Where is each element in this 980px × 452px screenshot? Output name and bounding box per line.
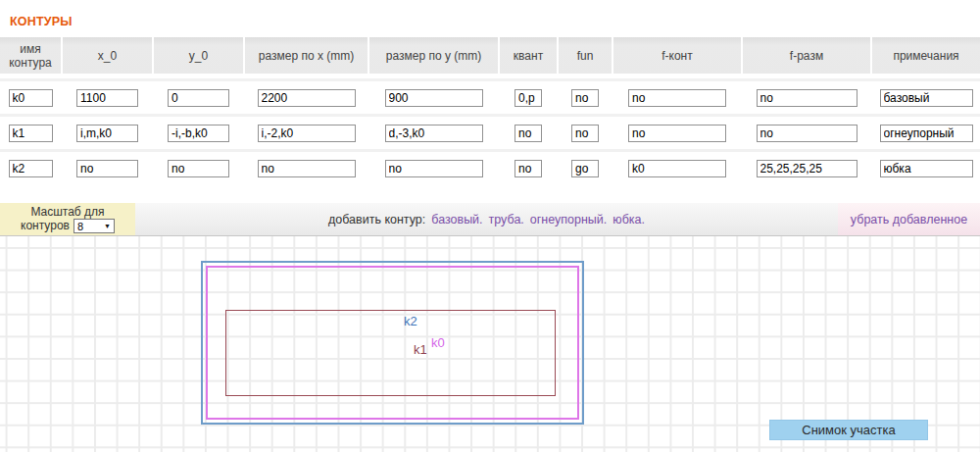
table-header-row: имя контура x_0 y_0 размер по x (mm) раз… (0, 37, 980, 74)
header-size-x: размер по x (mm) (245, 37, 368, 74)
input-k2-x0[interactable] (76, 160, 138, 177)
scale-label-line1: Масштаб для (30, 205, 104, 219)
input-k0-size-x[interactable] (258, 89, 356, 107)
table-row-k2 (0, 149, 980, 184)
title-bar: КОНТУРЫ (0, 0, 980, 37)
input-k2-fun[interactable] (571, 160, 599, 177)
scale-label-line2: контуров (21, 219, 70, 232)
add-link-yubka[interactable]: юбка. (612, 213, 645, 226)
add-contour-bar: добавить контур: базовый. труба. огнеупо… (135, 203, 838, 235)
dropdown-arrow-icon: ▼ (104, 220, 111, 233)
scale-box: Масштаб для контуров8▼ (0, 203, 135, 235)
input-k0-size-y[interactable] (385, 89, 483, 107)
input-k0-kvant[interactable] (514, 89, 542, 107)
input-k0-x0[interactable] (76, 89, 138, 107)
input-k0-fun[interactable] (571, 89, 599, 107)
header-f-razm: f-разм (743, 37, 870, 74)
input-k2-kvant[interactable] (514, 160, 542, 177)
header-notes: примечания (872, 37, 980, 74)
header-x0: x_0 (63, 37, 152, 74)
input-k2-note[interactable] (880, 160, 973, 177)
remove-added-button[interactable]: убрать добавленное (838, 203, 980, 235)
table-row-k1 (0, 114, 980, 149)
input-k2-f-kont[interactable] (628, 160, 726, 177)
add-link-ogneupornyi[interactable]: огнеупорный. (530, 213, 608, 226)
header-y0: y_0 (154, 37, 243, 74)
input-k1-y0[interactable] (168, 125, 229, 142)
input-k0-note[interactable] (880, 89, 973, 107)
header-fun: fun (559, 37, 612, 74)
table-bottom-gap (0, 184, 980, 203)
input-k0-f-razm[interactable] (757, 89, 858, 107)
input-k1-size-y[interactable] (385, 125, 483, 142)
add-link-bazovyi[interactable]: базовый. (431, 213, 482, 226)
control-band: Масштаб для контуров8▼ добавить контур: … (0, 203, 980, 236)
input-k1-f-kont[interactable] (628, 125, 726, 142)
table-row-k0 (0, 78, 980, 114)
input-k1-f-razm[interactable] (757, 125, 858, 142)
contour-rect-k1 (225, 310, 556, 396)
contour-label-k0: k0 (431, 335, 445, 350)
header-contour-name: имя контура (0, 37, 61, 74)
contour-label-k2: k2 (404, 314, 417, 328)
contours-page: КОНТУРЫ имя контура x_0 y_0 размер по x … (0, 0, 980, 452)
input-k1-note[interactable] (880, 125, 973, 142)
header-size-y: размер по y (mm) (369, 37, 498, 74)
contour-label-k1: k1 (414, 342, 427, 357)
input-k2-f-razm[interactable] (757, 160, 858, 177)
add-link-truba[interactable]: труба. (489, 213, 524, 226)
input-k2-size-x[interactable] (258, 160, 356, 177)
scale-select[interactable]: 8▼ (74, 219, 115, 233)
drawing-canvas: k2 k1 k0 Снимок участка (0, 236, 980, 452)
header-kvant: квант (500, 37, 557, 74)
header-f-kont: f-конт (613, 37, 741, 74)
input-k1-size-x[interactable] (258, 125, 356, 142)
input-k2-size-y[interactable] (385, 160, 483, 177)
input-k2-y0[interactable] (168, 160, 229, 177)
scale-select-value: 8 (77, 220, 83, 233)
input-k0-f-kont[interactable] (628, 89, 726, 107)
input-k1-fun[interactable] (571, 125, 599, 142)
input-k2-name[interactable] (9, 160, 53, 177)
snapshot-button[interactable]: Снимок участка (769, 420, 928, 440)
add-contour-label: добавить контур: (328, 213, 425, 226)
page-title: КОНТУРЫ (10, 15, 73, 28)
input-k1-x0[interactable] (76, 125, 138, 142)
input-k0-name[interactable] (9, 89, 53, 107)
input-k0-y0[interactable] (168, 89, 229, 107)
input-k1-name[interactable] (9, 125, 53, 142)
input-k1-kvant[interactable] (514, 125, 542, 142)
